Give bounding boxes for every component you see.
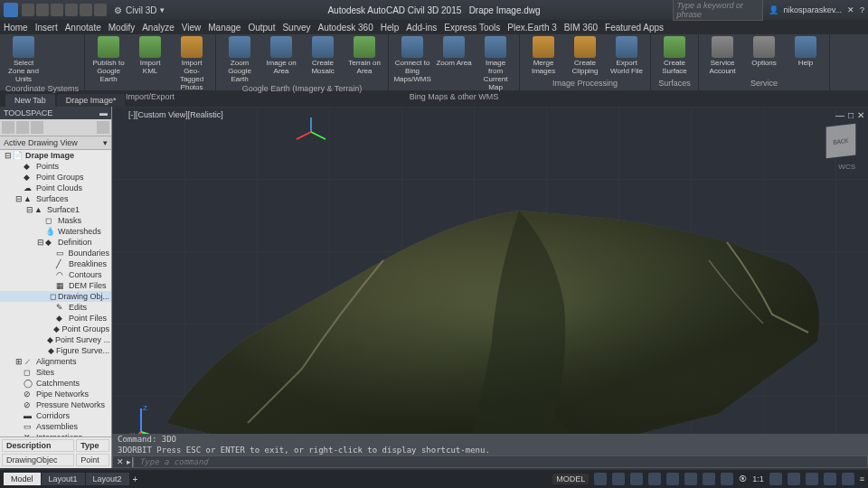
ts-btn-2[interactable] — [16, 121, 29, 134]
ribbon-button[interactable]: Select Zone and Units — [5, 36, 42, 83]
view-selector[interactable]: Active Drawing View ▾ — [0, 136, 111, 150]
menu-addins[interactable]: Add-ins — [406, 23, 437, 33]
tree-item[interactable]: ⊞⟋Alignments — [0, 356, 111, 367]
ortho-icon[interactable] — [630, 473, 643, 485]
file-tab[interactable]: Drape Image* — [57, 94, 126, 107]
maximize-icon[interactable]: □ — [848, 110, 854, 120]
menu-help[interactable]: Help — [381, 23, 400, 33]
search-input[interactable]: Type a keyword or phrase — [673, 0, 763, 21]
tree-item[interactable]: ⊘Pipe Networks — [0, 389, 111, 399]
command-prompt-icon[interactable]: ✕ ▸│ — [117, 457, 136, 466]
tree-item[interactable]: ⊟◆Definition — [0, 237, 111, 248]
3dosnap-icon[interactable] — [684, 473, 697, 485]
tree-item[interactable]: ◻Drawing Obj... — [0, 291, 111, 302]
osnap-icon[interactable] — [666, 473, 679, 485]
clean-screen-icon[interactable] — [842, 473, 854, 485]
menu-autodesk360[interactable]: Autodesk 360 — [318, 23, 373, 33]
add-layout-icon[interactable]: + — [133, 474, 138, 484]
qat-redo-icon[interactable] — [80, 4, 92, 16]
tree-item[interactable]: ◆Figure Surve... — [0, 345, 111, 356]
ribbon-button[interactable]: Publish to Google Earth — [90, 36, 127, 91]
tree-item[interactable]: ◆Point Survey ... — [0, 334, 111, 345]
menu-survey[interactable]: Survey — [282, 23, 310, 33]
tree-item[interactable]: ⊟📄Drape Image — [0, 150, 111, 161]
viewport-label[interactable]: [-][Custom View][Realistic] — [128, 110, 223, 119]
expand-icon[interactable]: ⊟ — [4, 151, 13, 160]
file-tab[interactable]: New Tab — [5, 94, 55, 107]
tree-item[interactable]: ◆Point Files — [0, 313, 111, 324]
ts-btn-3[interactable] — [31, 121, 43, 134]
ribbon-button[interactable]: Service Account — [704, 36, 741, 78]
qat-open-icon[interactable] — [36, 4, 49, 16]
ribbon-button[interactable]: Terrain on Area — [346, 36, 382, 83]
tree-item[interactable]: ◆Points — [0, 161, 111, 172]
tree-item[interactable]: ◻Sites — [0, 367, 111, 378]
transparency-icon[interactable] — [721, 473, 733, 485]
tree-item[interactable]: ▭Boundaries — [0, 248, 111, 258]
grid-icon[interactable] — [594, 473, 607, 485]
menu-analyze[interactable]: Analyze — [142, 23, 175, 33]
tree-item[interactable]: ╱Breaklines — [0, 258, 111, 269]
table-row[interactable]: DrawingObjecPoint — [2, 454, 109, 466]
model-space-button[interactable]: MODEL — [552, 474, 589, 484]
customization-icon[interactable]: ≡ — [860, 474, 864, 483]
anno-monitor-icon[interactable] — [788, 473, 800, 485]
workspace-icon[interactable] — [769, 473, 782, 485]
qat-save-icon[interactable] — [51, 4, 63, 16]
tree-item[interactable]: 💧Watersheds — [0, 226, 111, 237]
tree-item[interactable]: ◠Contours — [0, 269, 111, 280]
ribbon-button[interactable]: Zoom Google Earth — [222, 36, 258, 83]
ribbon-button[interactable]: Help — [788, 36, 824, 78]
command-input[interactable] — [139, 457, 863, 466]
ribbon-button[interactable]: Image from Current Map — [477, 36, 514, 91]
ribbon-button[interactable]: Image on Area — [263, 36, 299, 83]
tree-item[interactable]: ◯Catchments — [0, 378, 111, 389]
scale-label[interactable]: 1:1 — [752, 474, 764, 483]
qat-undo-icon[interactable] — [65, 4, 78, 16]
ribbon-button[interactable]: Create Clipping — [567, 36, 603, 78]
ribbon-button[interactable]: Options — [746, 36, 782, 78]
ribbon-button[interactable]: Create Surface — [656, 36, 693, 78]
qat-print-icon[interactable] — [94, 4, 107, 16]
ribbon-button[interactable]: Merge Images — [525, 36, 561, 78]
ribbon-button[interactable]: Import Geo- Tagged Photos — [174, 36, 210, 91]
help-icon[interactable] — [97, 121, 109, 134]
user-label[interactable]: nikosparaskev... — [784, 5, 842, 14]
ribbon-button[interactable]: Create Mosaic — [305, 36, 341, 83]
menu-insert[interactable]: Insert — [35, 23, 58, 33]
workspace-selector[interactable]: ⚙ Civil 3D ▾ — [114, 5, 165, 15]
tree-item[interactable]: ▭Assemblies — [0, 421, 111, 432]
ribbon-button[interactable]: Zoom Area — [436, 36, 472, 91]
tree-item[interactable]: ▦DEM Files — [0, 280, 111, 291]
lineweight-icon[interactable] — [703, 473, 715, 485]
snap-icon[interactable] — [612, 473, 625, 485]
anno-scale-icon[interactable]: ⦿ — [739, 474, 747, 483]
signin-icon[interactable]: 👤 — [769, 5, 778, 14]
tree-item[interactable]: ✎Edits — [0, 302, 111, 313]
tree-item[interactable]: ⊘Pressure Networks — [0, 399, 111, 410]
menu-manage[interactable]: Manage — [208, 23, 241, 33]
tree-item[interactable]: ⊟▲Surface1 — [0, 204, 111, 215]
expand-icon[interactable]: ⊟ — [36, 238, 45, 247]
menu-plexearth3[interactable]: Plex.Earth 3 — [507, 23, 556, 33]
viewport[interactable]: [-][Custom View][Realistic] — □ ✕ — [112, 107, 868, 468]
layout-tab-model[interactable]: Model — [4, 473, 41, 485]
menu-output[interactable]: Output — [248, 23, 275, 33]
menu-expresstools[interactable]: Express Tools — [444, 23, 500, 33]
app-icon[interactable] — [4, 3, 18, 17]
tree-item[interactable]: ◻Masks — [0, 215, 111, 226]
menu-annotate[interactable]: Annotate — [65, 23, 101, 33]
polar-icon[interactable] — [648, 473, 661, 485]
qat-new-icon[interactable] — [22, 4, 34, 16]
tree-item[interactable]: ▬Corridors — [0, 410, 111, 421]
tree-item[interactable]: ☁Point Clouds — [0, 183, 111, 193]
expand-icon[interactable]: ⊞ — [14, 357, 24, 366]
layout-tab-layout1[interactable]: Layout1 — [42, 473, 85, 485]
close-icon[interactable]: ✕ — [857, 110, 864, 120]
menu-featuredapps[interactable]: Featured Apps — [605, 23, 664, 33]
tree-item[interactable]: ◆Point Groups — [0, 172, 111, 183]
ribbon-button[interactable]: Export World File — [609, 36, 645, 78]
expand-icon[interactable]: ⊟ — [25, 205, 34, 214]
ribbon-button[interactable]: Import KML — [132, 36, 168, 91]
menu-view[interactable]: View — [182, 23, 202, 33]
